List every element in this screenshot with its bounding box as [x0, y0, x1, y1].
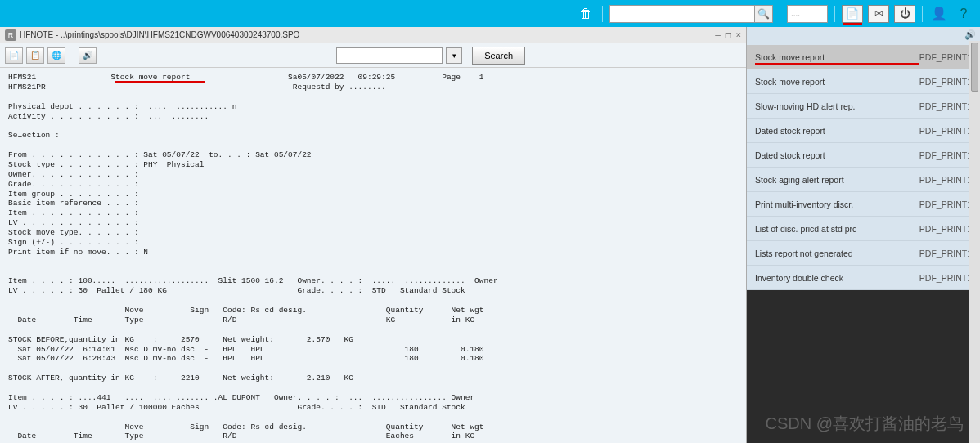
- spool-item-value: PDF_PRINT1: [919, 224, 972, 234]
- spool-list-panel: 🔊 Stock move reportPDF_PRINT1Stock move …: [747, 27, 980, 443]
- spool-item-value: PDF_PRINT1: [919, 150, 972, 160]
- spool-item-value: PDF_PRINT1: [919, 199, 972, 209]
- report-viewport[interactable]: HFMS21 Stock move report Sa05/07/2022 09…: [0, 68, 746, 443]
- power-icon[interactable]: ⏻: [894, 5, 915, 23]
- spool-item-value: PDF_PRINT1: [919, 77, 972, 87]
- spool-list: Stock move reportPDF_PRINT1Stock move re…: [747, 45, 980, 290]
- spool-item-label: Dated stock report: [755, 150, 919, 160]
- spool-list-item[interactable]: Stock move reportPDF_PRINT1: [747, 45, 980, 69]
- spool-item-label: Slow-moving HD alert rep.: [755, 101, 919, 111]
- spool-list-item[interactable]: Stock move reportPDF_PRINT1: [747, 69, 980, 94]
- search-icon[interactable]: 🔍: [754, 6, 772, 22]
- filter-dropdown[interactable]: ▾: [446, 47, 462, 64]
- spool-item-value: PDF_PRINT1: [919, 248, 972, 258]
- report-toolbar: 📄 📋 🌐 🔊 ▾ Search: [0, 43, 746, 68]
- window-title-text: HFNOTE - ..\printings\spools\DJIN\HFMS21…: [20, 30, 299, 39]
- empty-area: [747, 290, 980, 443]
- spool-item-value: PDF_PRINT1: [919, 273, 972, 283]
- mail-icon[interactable]: ✉: [868, 5, 889, 23]
- spool-list-item[interactable]: Lists report not generatedPDF_PRINT1: [747, 241, 980, 266]
- spool-list-item[interactable]: Dated stock reportPDF_PRINT1: [747, 119, 980, 143]
- minimize-button[interactable]: —: [715, 29, 721, 40]
- scroll-thumb[interactable]: [971, 43, 978, 92]
- global-search: 🔍: [609, 5, 773, 23]
- close-button[interactable]: ×: [735, 29, 741, 40]
- spool-item-value: PDF_PRINT1: [919, 52, 972, 62]
- report-window: R HFNOTE - ..\printings\spools\DJIN\HFMS…: [0, 27, 747, 443]
- spool-item-label: Print multi-inventory discr.: [755, 199, 919, 209]
- document-icon[interactable]: 📄: [842, 5, 863, 23]
- spool-item-value: PDF_PRINT1: [919, 101, 972, 111]
- user-menu[interactable]: ....: [787, 5, 828, 23]
- spool-list-item[interactable]: List of disc. pricd at std prcPDF_PRINT1: [747, 217, 980, 241]
- filter-input[interactable]: [336, 47, 443, 64]
- vertical-scrollbar[interactable]: [969, 41, 980, 443]
- tool-btn-1[interactable]: 📄: [5, 47, 23, 64]
- spool-item-value: PDF_PRINT1: [919, 126, 972, 136]
- global-search-input[interactable]: [610, 9, 754, 19]
- spool-list-item[interactable]: Print multi-inventory discr.PDF_PRINT1: [747, 192, 980, 217]
- app-topbar: 🗑 🔍 .... 📄 ✉ ⏻ 👤 ?: [0, 0, 980, 27]
- spool-list-item[interactable]: Slow-moving HD alert rep.PDF_PRINT1: [747, 94, 980, 119]
- highlight-title: [115, 81, 205, 83]
- trash-icon[interactable]: 🗑: [576, 4, 596, 24]
- app-badge: R: [5, 29, 16, 41]
- spool-item-label: Lists report not generated: [755, 248, 919, 258]
- spool-list-item[interactable]: Stock aging alert reportPDF_PRINT1: [747, 168, 980, 192]
- spool-list-item[interactable]: Dated stock reportPDF_PRINT1: [747, 143, 980, 168]
- tool-btn-2[interactable]: 📋: [26, 47, 44, 64]
- report-text: HFMS21 Stock move report Sa05/07/2022 09…: [8, 73, 738, 443]
- help-icon[interactable]: ?: [954, 4, 973, 24]
- tool-sound-icon[interactable]: 🔊: [79, 47, 97, 64]
- person-icon[interactable]: 👤: [929, 4, 949, 24]
- spool-item-label: Stock aging alert report: [755, 175, 919, 185]
- spool-item-label: Stock move report: [755, 52, 919, 62]
- tool-btn-3[interactable]: 🌐: [47, 47, 65, 64]
- spool-item-label: Stock move report: [755, 77, 919, 87]
- spool-item-label: Dated stock report: [755, 126, 919, 136]
- spool-item-value: PDF_PRINT1: [919, 175, 972, 185]
- window-titlebar: R HFNOTE - ..\printings\spools\DJIN\HFMS…: [0, 27, 746, 43]
- spool-list-item[interactable]: Inventory double checkPDF_PRINT1: [747, 266, 980, 290]
- spool-item-label: List of disc. pricd at std prc: [755, 224, 919, 234]
- search-button[interactable]: Search: [472, 47, 525, 65]
- maximize-button[interactable]: □: [726, 29, 731, 40]
- spool-item-label: Inventory double check: [755, 273, 919, 283]
